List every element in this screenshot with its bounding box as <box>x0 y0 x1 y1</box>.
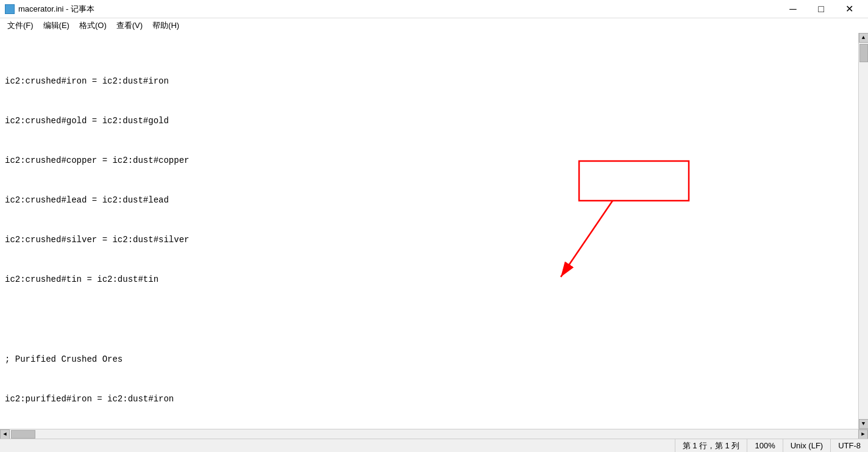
scroll-up-button[interactable]: ▲ <box>859 33 869 43</box>
minimize-button[interactable]: ─ <box>779 0 807 18</box>
line-4: ic2:crushed#lead = ic2:dust#lead <box>5 194 853 207</box>
editor-container: ic2:crushed#iron = ic2:dust#iron ic2:cru… <box>0 33 868 429</box>
cursor-position: 第 1 行，第 1 列 <box>675 439 747 452</box>
scroll-thumb-v[interactable] <box>859 44 868 62</box>
scroll-down-button[interactable]: ▼ <box>859 419 869 429</box>
menu-format[interactable]: 格式(O) <box>74 19 112 32</box>
menu-view[interactable]: 查看(V) <box>112 19 148 32</box>
line-ending: Unix (LF) <box>783 439 830 452</box>
horizontal-scrollbar[interactable]: ◀ ▶ <box>0 429 868 439</box>
window-title: macerator.ini - 记事本 <box>18 4 94 15</box>
line-7 <box>5 313 853 326</box>
editor-content[interactable]: ic2:crushed#iron = ic2:dust#iron ic2:cru… <box>0 33 858 429</box>
vertical-scrollbar[interactable]: ▲ ▼ <box>858 33 868 429</box>
zoom-level: 100% <box>747 439 782 452</box>
line-5: ic2:crushed#silver = ic2:dust#silver <box>5 234 853 247</box>
status-bar: 第 1 行，第 1 列 100% Unix (LF) UTF-8 <box>0 439 868 452</box>
scroll-left-button[interactable]: ◀ <box>0 429 10 439</box>
line-2: ic2:crushed#gold = ic2:dust#gold <box>5 115 853 128</box>
maximize-button[interactable]: □ <box>807 0 835 18</box>
line-9: ic2:purified#iron = ic2:dust#iron <box>5 393 853 406</box>
app-icon <box>5 4 15 14</box>
close-button[interactable]: ✕ <box>835 0 863 18</box>
line-3: ic2:crushed#copper = ic2:dust#copper <box>5 154 853 168</box>
line-1: ic2:crushed#iron = ic2:dust#iron <box>5 75 853 88</box>
title-bar-left: macerator.ini - 记事本 <box>5 4 94 15</box>
line-6: ic2:crushed#tin = ic2:dust#tin <box>5 273 853 287</box>
encoding: UTF-8 <box>830 439 868 452</box>
scroll-thumb-h[interactable] <box>11 430 35 439</box>
menu-file[interactable]: 文件(F) <box>2 19 38 32</box>
title-bar-controls: ─ □ ✕ <box>779 0 863 18</box>
scroll-h-track <box>10 429 858 439</box>
line-8: ; Purified Crushed Ores <box>5 353 853 367</box>
title-bar: macerator.ini - 记事本 ─ □ ✕ <box>0 0 868 18</box>
menu-edit[interactable]: 编辑(E) <box>38 19 74 32</box>
menu-help[interactable]: 帮助(H) <box>148 19 184 32</box>
menu-bar: 文件(F) 编辑(E) 格式(O) 查看(V) 帮助(H) <box>0 18 868 33</box>
scroll-right-button[interactable]: ▶ <box>858 429 868 439</box>
